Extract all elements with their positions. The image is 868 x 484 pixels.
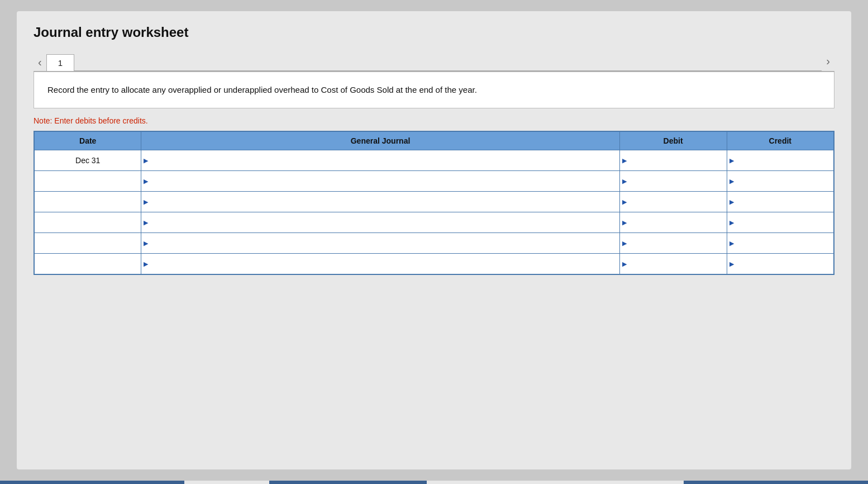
- cell-credit-2[interactable]: ▶: [727, 192, 834, 212]
- cell-arrow-general-4: ▶: [144, 240, 148, 247]
- input-credit-0[interactable]: [735, 150, 829, 170]
- cell-arrow-credit-1: ▶: [729, 178, 734, 185]
- cell-date-4[interactable]: [34, 233, 141, 254]
- record-entry-button[interactable]: Record entry: [0, 481, 184, 484]
- main-container: Journal entry worksheet ‹ 1 › Record the…: [17, 11, 851, 469]
- input-general-5[interactable]: [149, 254, 614, 274]
- input-debit-2[interactable]: [628, 192, 722, 212]
- cell-arrow-debit-1: ▶: [622, 178, 627, 185]
- cell-arrow-debit-2: ▶: [622, 198, 627, 206]
- input-debit-0[interactable]: [628, 150, 722, 170]
- cell-arrow-debit-0: ▶: [622, 157, 627, 164]
- cell-arrow-general-1: ▶: [144, 178, 148, 185]
- buttons-row: Record entry Clear entry View general jo…: [0, 481, 868, 484]
- input-debit-1[interactable]: [628, 171, 722, 191]
- input-credit-3[interactable]: [735, 212, 829, 232]
- cell-general-4[interactable]: ▶: [141, 233, 619, 254]
- cell-arrow-debit-3: ▶: [622, 219, 627, 226]
- col-debit: Debit: [619, 131, 727, 150]
- prev-arrow[interactable]: ‹: [34, 54, 46, 71]
- cell-debit-0[interactable]: ▶: [619, 150, 727, 171]
- table-row: ▶▶▶: [34, 192, 834, 212]
- cell-arrow-credit-3: ▶: [729, 219, 734, 226]
- cell-debit-4[interactable]: ▶: [619, 233, 727, 254]
- journal-table: Date General Journal Debit Credit Dec 31…: [34, 131, 834, 275]
- next-arrow[interactable]: ›: [822, 53, 834, 71]
- cell-arrow-general-3: ▶: [144, 219, 148, 226]
- cell-date-3[interactable]: [34, 212, 141, 233]
- cell-arrow-credit-0: ▶: [729, 157, 734, 164]
- col-credit: Credit: [727, 131, 834, 150]
- cell-general-0[interactable]: ▶: [141, 150, 619, 171]
- clear-entry-button[interactable]: Clear entry: [269, 481, 427, 484]
- cell-arrow-credit-4: ▶: [729, 240, 734, 247]
- instruction-text: Record the entry to allocate any overapp…: [47, 85, 477, 94]
- table-row: ▶▶▶: [34, 212, 834, 233]
- table-row: ▶▶▶: [34, 254, 834, 275]
- cell-arrow-credit-2: ▶: [729, 198, 734, 206]
- cell-arrow-debit-5: ▶: [622, 260, 627, 268]
- cell-credit-1[interactable]: ▶: [727, 171, 834, 192]
- input-general-3[interactable]: [149, 212, 614, 232]
- table-header-row: Date General Journal Debit Credit: [34, 131, 834, 150]
- input-general-0[interactable]: [149, 150, 614, 170]
- cell-credit-5[interactable]: ▶: [727, 254, 834, 275]
- cell-arrow-general-5: ▶: [144, 260, 148, 268]
- cell-general-5[interactable]: ▶: [141, 254, 619, 275]
- tabs-row: ‹ 1 ›: [34, 51, 834, 72]
- cell-date-0[interactable]: Dec 31: [34, 150, 141, 171]
- input-debit-3[interactable]: [628, 212, 722, 232]
- input-general-1[interactable]: [149, 171, 614, 191]
- cell-credit-3[interactable]: ▶: [727, 212, 834, 233]
- cell-date-5[interactable]: [34, 254, 141, 275]
- view-journal-button[interactable]: View general journal: [684, 481, 868, 484]
- input-debit-5[interactable]: [628, 254, 722, 274]
- cell-date-2[interactable]: [34, 192, 141, 212]
- input-general-2[interactable]: [149, 192, 614, 212]
- cell-debit-2[interactable]: ▶: [619, 192, 727, 212]
- col-date: Date: [34, 131, 141, 150]
- table-row: Dec 31▶▶▶: [34, 150, 834, 171]
- cell-arrow-credit-5: ▶: [729, 260, 734, 268]
- cell-credit-0[interactable]: ▶: [727, 150, 834, 171]
- page-title: Journal entry worksheet: [34, 25, 834, 40]
- table-row: ▶▶▶: [34, 171, 834, 192]
- input-general-4[interactable]: [149, 233, 614, 253]
- cell-credit-4[interactable]: ▶: [727, 233, 834, 254]
- col-general: General Journal: [141, 131, 619, 150]
- cell-arrow-debit-4: ▶: [622, 240, 627, 247]
- tab-1[interactable]: 1: [46, 54, 74, 71]
- cell-arrow-general-2: ▶: [144, 198, 148, 206]
- input-credit-1[interactable]: [735, 171, 829, 191]
- table-row: ▶▶▶: [34, 233, 834, 254]
- cell-debit-5[interactable]: ▶: [619, 254, 727, 275]
- cell-general-1[interactable]: ▶: [141, 171, 619, 192]
- input-debit-4[interactable]: [628, 233, 722, 253]
- cell-arrow-general-0: ▶: [144, 157, 148, 164]
- cell-date-1[interactable]: [34, 171, 141, 192]
- input-credit-4[interactable]: [735, 233, 829, 253]
- cell-general-2[interactable]: ▶: [141, 192, 619, 212]
- input-credit-2[interactable]: [735, 192, 829, 212]
- cell-debit-1[interactable]: ▶: [619, 171, 727, 192]
- cell-debit-3[interactable]: ▶: [619, 212, 727, 233]
- cell-general-3[interactable]: ▶: [141, 212, 619, 233]
- input-credit-5[interactable]: [735, 254, 829, 274]
- note-text: Note: Enter debits before credits.: [34, 116, 834, 125]
- instruction-box: Record the entry to allocate any overapp…: [34, 72, 834, 108]
